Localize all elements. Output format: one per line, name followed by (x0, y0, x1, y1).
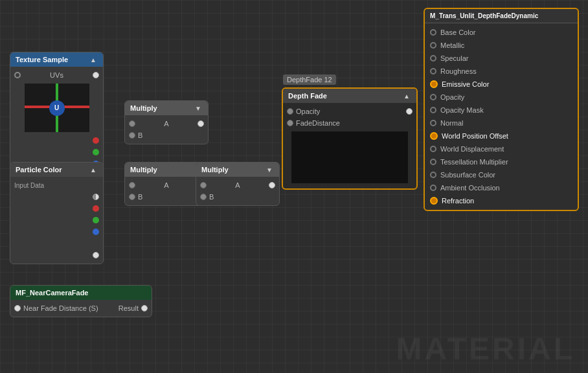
df-fade-pin-left[interactable] (287, 120, 293, 126)
m-trans-pin-tessellation_multiplier[interactable] (430, 159, 436, 165)
depth-fade-label: DepthFade 12 (283, 74, 336, 85)
uvs-pin-left[interactable] (14, 72, 21, 78)
near-camera-row: Near Fade Distance (S) Result (10, 302, 152, 314)
m-trans-row-opacity_mask[interactable]: Opacity Mask (425, 104, 578, 117)
m-trans-label-refraction: Refraction (442, 197, 474, 205)
m-trans-row-tessellation_multiplier[interactable]: Tessellation Multiplier (425, 155, 578, 168)
m-trans-pin-opacity_mask[interactable] (430, 107, 436, 113)
m-trans-pin-ambient_occlusion[interactable] (430, 185, 436, 191)
m-trans-pin-emissive_color[interactable] (430, 80, 438, 88)
multiply-1-node: Multiply ▼ A B (124, 100, 209, 144)
rgba-pin[interactable] (93, 137, 99, 144)
particle-subtitle-row: Input Data (10, 179, 103, 191)
mult1-a-pin-right[interactable] (198, 120, 204, 127)
m-trans-row-base_color[interactable]: Base Color (425, 26, 578, 39)
m-trans-pin-opacity[interactable] (430, 94, 436, 100)
mult2-b-pin-left[interactable] (129, 194, 135, 200)
pc-row3 (10, 214, 103, 226)
particle-color-title: Particle Color (16, 166, 62, 174)
watermark: MATERIAL (396, 331, 575, 367)
m-trans-title: M_Trans_Unlit_DepthFadeDynamic (430, 12, 538, 19)
m-trans-row-metallic[interactable]: Metallic (425, 39, 578, 52)
m-trans-row-refraction[interactable]: Refraction (425, 194, 578, 207)
depth-fade-title: Depth Fade (288, 92, 327, 100)
mult1-a-pin-left[interactable] (129, 120, 135, 127)
texture-sample-header: Texture Sample ▲ (10, 52, 103, 67)
multiply-3-collapse[interactable]: ▼ (265, 166, 274, 174)
pc-pin4[interactable] (93, 229, 99, 235)
mult3-a-row: A (196, 179, 279, 191)
particle-subtitle: Input Data (14, 182, 44, 189)
texture-sample-title: Texture Sample (16, 56, 68, 63)
pc-row1 (10, 191, 103, 203)
m-trans-row-ambient_occlusion[interactable]: Ambient Occlusion (425, 181, 578, 194)
uvs-pin-right[interactable] (93, 72, 99, 78)
m-trans-pin-refraction[interactable] (430, 197, 438, 205)
r-pin[interactable] (93, 149, 99, 155)
multiply-1-header: Multiply ▼ (125, 101, 208, 115)
depth-fade-collapse[interactable]: ▲ (402, 93, 411, 100)
particle-color-collapse[interactable]: ▲ (89, 166, 98, 174)
m-trans-row-world_position_offset[interactable]: World Position Offset (425, 130, 578, 142)
df-opacity-row: Opacity (283, 106, 416, 117)
df-opacity-pin-left[interactable] (287, 108, 293, 115)
m-trans-pin-specular[interactable] (430, 55, 436, 62)
multiply-2-title: Multiply (130, 166, 157, 174)
near-camera-header: MF_NearCameraFade (10, 286, 152, 300)
m-trans-row-subsurface_color[interactable]: Subsurface Color (425, 168, 578, 181)
texture-sample-uvs-row: UVs (10, 69, 103, 81)
m-trans-label-world_displacement: World Displacement (440, 145, 504, 153)
m-trans-pin-world_position_offset[interactable] (430, 132, 438, 140)
texture-sample-collapse[interactable]: ▲ (89, 56, 98, 63)
mult3-a-pin-right[interactable] (269, 182, 275, 188)
mult3-a-pin-left[interactable] (200, 182, 207, 188)
depth-fade-header: Depth Fade ▲ (283, 89, 416, 103)
m-trans-pin-subsurface_color[interactable] (430, 172, 436, 178)
df-opacity-pin-right[interactable] (406, 108, 413, 115)
m-trans-pin-roughness[interactable] (430, 68, 436, 74)
near-pin-label: Near Fade Distance (S) (23, 304, 98, 312)
m-trans-row-world_displacement[interactable]: World Displacement (425, 142, 578, 155)
pc-spacer (10, 238, 103, 249)
m-trans-body: Base ColorMetallicSpecularRoughnessEmiss… (425, 23, 578, 210)
near-camera-node: MF_NearCameraFade Near Fade Distance (S)… (10, 285, 152, 317)
multiply-1-title: Multiply (130, 104, 157, 112)
particle-color-node: Particle Color ▲ Input Data (10, 162, 104, 264)
unreal-logo: U (49, 100, 65, 116)
m-trans-row-opacity[interactable]: Opacity (425, 91, 578, 104)
pc-pin2[interactable] (93, 205, 99, 212)
m-trans-label-subsurface_color: Subsurface Color (440, 171, 495, 179)
m-trans-row-emissive_color[interactable]: Emissive Color (425, 78, 578, 91)
multiply-1-body: A B (125, 115, 208, 144)
mult2-a-pin-left[interactable] (129, 182, 135, 188)
m-trans-row-normal[interactable]: Normal (425, 117, 578, 130)
m-trans-pin-metallic[interactable] (430, 42, 436, 49)
m-trans-row-roughness[interactable]: Roughness (425, 65, 578, 78)
m-trans-pin-world_displacement[interactable] (430, 146, 436, 152)
m-trans-pin-normal[interactable] (430, 120, 436, 126)
mult3-b-label: B (209, 193, 214, 201)
multiply-3-title: Multiply (201, 166, 229, 174)
m-trans-pin-base_color[interactable] (430, 29, 436, 36)
depth-fade-node: Depth Fade ▲ Opacity FadeDistance (282, 87, 418, 190)
result-pin[interactable] (141, 305, 148, 311)
m-trans-label-tessellation_multiplier: Tessellation Multiplier (440, 158, 508, 166)
mult1-a-label: A (164, 120, 168, 128)
df-fade-label: FadeDistance (296, 119, 340, 127)
df-opacity-label: Opacity (296, 107, 406, 115)
depth-fade-body: Opacity FadeDistance (283, 103, 416, 188)
pc-pin1[interactable] (93, 194, 99, 200)
m-trans-label-opacity_mask: Opacity Mask (440, 106, 484, 114)
m-trans-label-specular: Specular (440, 54, 468, 62)
mult3-a-label: A (235, 181, 240, 189)
mult3-b-pin-left[interactable] (200, 194, 207, 200)
mult1-b-pin-left[interactable] (129, 132, 135, 139)
m-trans-label-world_position_offset: World Position Offset (442, 132, 508, 140)
pc-row2 (10, 203, 103, 214)
pc-pin3[interactable] (93, 217, 99, 223)
near-pin-left[interactable] (14, 305, 21, 311)
r-row (10, 146, 103, 158)
multiply-1-collapse[interactable]: ▼ (194, 105, 203, 112)
pc-pin5[interactable] (93, 252, 99, 258)
m-trans-row-specular[interactable]: Specular (425, 52, 578, 65)
